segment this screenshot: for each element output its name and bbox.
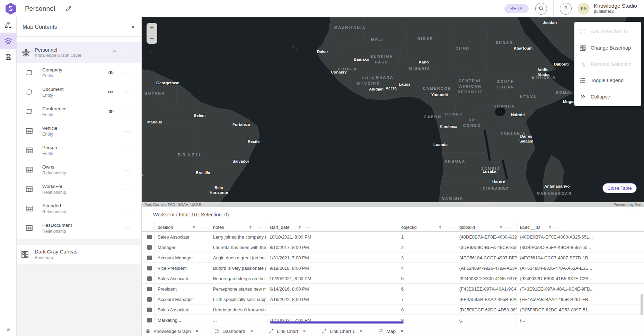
close-tab-icon[interactable]: ✕ — [250, 329, 253, 334]
expand-rail-button[interactable]: » — [0, 324, 17, 335]
table-horizontal-scrollbar[interactable] — [270, 321, 404, 324]
rail-item-save[interactable] — [0, 49, 17, 64]
layer-group-personnel[interactable]: Personnel Knowledge Graph Layer ··· — [17, 42, 141, 63]
close-panel-button[interactable]: ✕ — [131, 24, 135, 30]
sort-icon[interactable] — [439, 225, 441, 229]
rail-item-data-model[interactable] — [0, 17, 17, 33]
layer-row-person[interactable]: PersonEntity ··· — [17, 141, 141, 160]
table-row[interactable]: PresidentPersephone started new metal o.… — [142, 284, 644, 294]
visibility-eye-icon[interactable] — [107, 108, 114, 115]
sort-icon[interactable] — [299, 225, 301, 229]
tab-map[interactable]: Map ✕ — [378, 328, 404, 334]
tab-link-chart-1[interactable]: Link Chart 1 ✕ — [321, 328, 363, 334]
layer-row-document[interactable]: DocumentEntity ··· — [17, 83, 141, 102]
column-header-globalid[interactable]: globalid··· — [456, 222, 517, 232]
layer-options-button[interactable]: ··· — [124, 128, 130, 134]
menu-item-collapse[interactable]: Collapse — [574, 88, 641, 105]
layer-options-button[interactable]: ··· — [124, 186, 130, 192]
menu-item-change-basemap[interactable]: Change Basemap — [574, 40, 641, 56]
table-row-partial[interactable]: Marketing......10/10/2021, 7:00 PM9{...{… — [142, 315, 644, 325]
layer-options-button[interactable]: ··· — [124, 225, 130, 231]
table-options-button[interactable]: ··· — [630, 212, 636, 217]
table-row[interactable]: Sales AssociateLarry joined the company … — [142, 232, 644, 242]
tab-dashboard[interactable]: Dashboard ✕ — [214, 328, 253, 334]
layer-options-button[interactable]: ··· — [124, 206, 130, 212]
collapse-group-chevron-icon[interactable] — [112, 50, 117, 54]
link-chart-icon — [268, 328, 274, 334]
layer-row-hasdocument[interactable]: HasDocumentRelationship ··· — [17, 218, 141, 238]
select-all-header[interactable] — [142, 222, 155, 232]
rail-item-layers[interactable] — [0, 33, 17, 49]
edit-title-pencil-icon[interactable] — [65, 5, 71, 12]
column-options-button[interactable]: ··· — [446, 224, 452, 230]
layer-options-button[interactable]: ··· — [124, 109, 130, 114]
search-button[interactable] — [535, 3, 547, 15]
table-vertical-scrollbar[interactable] — [641, 294, 643, 315]
country-label: CAMEROON — [423, 86, 451, 92]
layer-row-owns[interactable]: OwnsRelationship ··· — [17, 160, 141, 180]
column-header-objectid[interactable]: objectid··· — [398, 222, 456, 232]
visibility-eye-icon[interactable] — [107, 69, 114, 76]
layer-row-vehicle[interactable]: VehicleEntity ··· — [17, 121, 141, 141]
menu-item-toggle-legend[interactable]: Toggle Legend — [574, 72, 641, 88]
sort-icon[interactable] — [249, 225, 252, 229]
tab-link-chart[interactable]: Link Chart ✕ — [268, 328, 306, 334]
menu-item-add-selection-to: Add Selection To — [574, 23, 641, 40]
sort-icon[interactable] — [500, 225, 502, 229]
layer-row-conference[interactable]: ConferenceEntity ··· — [17, 102, 141, 121]
country-label: MAURITANIA — [334, 25, 366, 31]
map-view[interactable]: MAURITANIA MALI NIGER CHAD SUDAN BURKINA… — [142, 17, 644, 207]
row-checkbox[interactable] — [147, 256, 152, 260]
row-checkbox[interactable] — [147, 318, 152, 322]
column-options-button[interactable]: ··· — [306, 224, 312, 230]
column-options-button[interactable]: ··· — [556, 224, 562, 230]
basemap-row[interactable]: Dark Gray Canvas Basemap — [17, 245, 141, 264]
sort-icon[interactable] — [193, 225, 195, 229]
close-tab-icon[interactable]: ✕ — [360, 329, 363, 334]
row-checkbox[interactable] — [147, 276, 152, 281]
group-options-button[interactable]: ··· — [128, 50, 134, 55]
column-options-button[interactable]: ··· — [507, 224, 513, 230]
layer-row-company[interactable]: CompanyEntity ··· — [17, 63, 141, 83]
table-row[interactable]: Account ManagerAngie does a great job br… — [142, 252, 644, 263]
row-checkbox[interactable] — [147, 308, 152, 312]
table-row[interactable]: Account ManagerLilith specifically sells… — [142, 294, 644, 304]
column-header-position[interactable]: position··· — [155, 222, 210, 232]
tab-knowledge-graph[interactable]: Knowledge Graph ✕ — [145, 328, 199, 334]
table-row[interactable]: Sales AssociateHenrietta doesn't know wh… — [142, 304, 644, 315]
row-checkbox[interactable] — [147, 287, 152, 291]
column-options-button[interactable]: ··· — [256, 224, 263, 230]
column-header-start-date[interactable]: start_date··· — [266, 222, 398, 232]
city-label: Salvador — [232, 159, 249, 164]
close-table-button[interactable]: Close Table — [602, 183, 637, 193]
map-landmass — [142, 17, 644, 207]
layer-options-button[interactable]: ··· — [124, 89, 130, 95]
close-tab-icon[interactable]: ✕ — [303, 329, 306, 334]
zoom-in-button[interactable]: + — [147, 23, 157, 33]
row-checkbox[interactable] — [147, 245, 152, 250]
layer-row-attended[interactable]: AttendedRelationship ··· — [17, 199, 141, 218]
column-header-esri-id[interactable]: ESRI__ID··· — [517, 222, 644, 232]
layer-options-button[interactable]: ··· — [124, 167, 130, 173]
city-label: Lusaka — [483, 169, 496, 174]
add-selection-icon — [579, 28, 586, 35]
help-button[interactable]: ? — [560, 3, 572, 15]
layer-options-button[interactable]: ··· — [124, 70, 130, 76]
row-checkbox[interactable] — [147, 266, 152, 270]
close-tab-icon[interactable]: ✕ — [195, 329, 199, 334]
table-row[interactable]: Sales AssociateBeauregard sleeps on the … — [142, 273, 644, 284]
zoom-out-button[interactable]: − — [147, 33, 157, 44]
column-options-button[interactable]: ··· — [200, 224, 206, 230]
column-header-notes[interactable]: notes··· — [210, 222, 266, 232]
layer-options-button[interactable]: ··· — [124, 147, 130, 153]
close-tab-icon[interactable]: ✕ — [400, 329, 404, 334]
layer-row-worksfor[interactable]: WorksForRelationship ··· — [17, 180, 141, 199]
row-checkbox[interactable] — [147, 235, 152, 239]
username: publisher2 — [594, 9, 637, 14]
row-checkbox[interactable] — [147, 297, 152, 302]
table-row[interactable]: ManagerLauretta has been with the comp..… — [142, 242, 644, 252]
table-row[interactable]: Vice PresidentBuford is very passionate … — [142, 263, 644, 273]
avatar[interactable]: KS — [578, 3, 590, 15]
sort-icon[interactable] — [549, 225, 551, 229]
visibility-eye-icon[interactable] — [107, 89, 114, 95]
